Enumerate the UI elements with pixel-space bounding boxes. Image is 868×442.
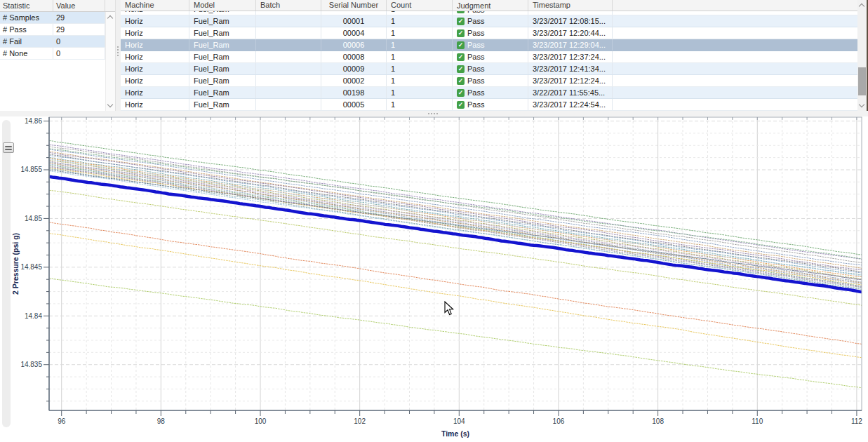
pass-check-icon: ✓ bbox=[457, 65, 465, 73]
x-tick-label: 110 bbox=[752, 417, 763, 425]
cell-filler bbox=[613, 39, 857, 51]
column-header-judgment[interactable]: Judgment bbox=[453, 0, 528, 11]
cell-count: 1 bbox=[387, 27, 453, 39]
series-trace-03 bbox=[49, 147, 863, 263]
judgment-label: Pass bbox=[467, 76, 484, 85]
pressure-time-chart[interactable]: 969810010210410610811011214.83514.8414.8… bbox=[0, 116, 868, 442]
column-header-model[interactable]: Model bbox=[189, 0, 256, 11]
cell-timestamp: 3/23/2017 12:41:34... bbox=[528, 63, 613, 74]
pass-check-icon: ✓ bbox=[457, 11, 465, 13]
chart-zoom-slider[interactable] bbox=[2, 120, 11, 427]
scrollbar-thumb[interactable] bbox=[858, 67, 866, 95]
judgment-label: Pass bbox=[467, 65, 484, 73]
cell-filler bbox=[613, 75, 857, 86]
statistic-column-header[interactable]: Statistic bbox=[0, 0, 53, 11]
cell-timestamp: 3/23/2017 12:24:54... bbox=[528, 99, 613, 110]
judgment-label: Pass bbox=[467, 88, 484, 97]
table-row[interactable]: HorizFuel_Ram000061✓Pass3/23/2017 12:29:… bbox=[121, 39, 857, 51]
table-row[interactable]: HorizFuel_Ram000021✓Pass3/23/2017 12:12:… bbox=[121, 75, 857, 87]
cell-batch bbox=[256, 51, 321, 62]
cell-serial: 00006 bbox=[321, 39, 387, 51]
cell-judgment: ✓Pass bbox=[453, 75, 528, 86]
pass-check-icon: ✓ bbox=[457, 29, 465, 37]
slider-handle-icon[interactable] bbox=[3, 142, 14, 153]
table-row[interactable]: HorizFuel_Ram000011✓Pass3/23/2017 12:08:… bbox=[121, 15, 857, 27]
cell-judgment: ✓Pass bbox=[453, 15, 528, 27]
stat-name-cell: # None bbox=[0, 48, 53, 59]
y-tick-label: 14.845 bbox=[20, 263, 42, 271]
horizontal-splitter[interactable] bbox=[0, 111, 868, 116]
cell-filler bbox=[613, 87, 857, 98]
column-header-machine[interactable]: Machine bbox=[121, 0, 189, 11]
x-tick-label: 108 bbox=[652, 417, 664, 425]
stat-row[interactable]: # None0 bbox=[0, 48, 115, 60]
cell-count: 1 bbox=[387, 51, 453, 62]
stat-row[interactable]: # Fail0 bbox=[0, 36, 115, 48]
stat-value-cell: 29 bbox=[53, 24, 105, 35]
statistics-header-row: Statistic Value bbox=[0, 0, 115, 12]
series-trace-19 bbox=[49, 166, 863, 287]
pass-check-icon: ✓ bbox=[457, 77, 465, 85]
judgment-label: Pass bbox=[467, 53, 484, 61]
results-table-scrollbar[interactable] bbox=[857, 0, 867, 111]
stat-name-cell: # Fail bbox=[0, 36, 53, 47]
series-trace-23 bbox=[49, 170, 863, 279]
series-trace-18 bbox=[49, 165, 863, 286]
series-trace-13 bbox=[49, 160, 863, 279]
x-tick-label: 104 bbox=[453, 417, 465, 425]
chart-series-group bbox=[49, 140, 863, 388]
stat-value-cell: 0 bbox=[53, 48, 105, 59]
cell-batch bbox=[256, 15, 321, 27]
table-row[interactable]: HorizFuel_Ram000041✓Pass3/23/2017 12:20:… bbox=[121, 27, 857, 39]
x-tick-label: 98 bbox=[157, 417, 166, 425]
stat-row[interactable]: # Samples29 bbox=[0, 12, 115, 24]
judgment-label: Pass bbox=[467, 11, 484, 14]
cell-machine: Horiz bbox=[121, 63, 189, 74]
cell-machine: Horiz bbox=[121, 75, 189, 86]
scroll-up-icon[interactable] bbox=[859, 4, 864, 9]
cell-model: Fuel_Ram bbox=[189, 75, 256, 86]
cell-machine: Horiz bbox=[121, 99, 189, 110]
scroll-down-icon[interactable] bbox=[859, 102, 864, 107]
column-header-serial-number[interactable]: Serial Number bbox=[321, 0, 387, 11]
table-row[interactable]: HorizFuel_Ram001981✓Pass3/22/2017 11:55:… bbox=[121, 87, 857, 99]
column-header-timestamp[interactable]: Timestamp bbox=[528, 0, 613, 11]
cell-model: Fuel_Ram bbox=[189, 27, 256, 39]
splitter-grip-icon bbox=[428, 113, 438, 114]
cell-serial: 00004 bbox=[321, 27, 387, 39]
stat-name-cell: # Samples bbox=[0, 12, 53, 23]
value-column-header[interactable]: Value bbox=[53, 0, 105, 11]
y-tick-label: 14.86 bbox=[25, 117, 42, 125]
y-tick-label: 14.84 bbox=[25, 312, 42, 320]
cell-timestamp: 3/22/2017 11:55:45... bbox=[528, 87, 613, 98]
judgment-label: Pass bbox=[467, 41, 484, 49]
table-row[interactable]: HorizFuel_Ram000051✓Pass3/23/2017 12:24:… bbox=[121, 99, 857, 111]
x-tick-label: 112 bbox=[851, 417, 862, 425]
cell-batch bbox=[256, 87, 321, 98]
statistics-scrollbar[interactable] bbox=[105, 12, 115, 111]
y-tick-label: 14.835 bbox=[20, 361, 42, 368]
x-axis-title: Time (s) bbox=[441, 429, 469, 438]
vertical-splitter[interactable] bbox=[116, 0, 121, 111]
cell-timestamp: 3/23/2017 12:37:24... bbox=[528, 51, 613, 62]
cell-model: Fuel_Ram bbox=[189, 63, 256, 74]
cell-judgment: ✓Pass bbox=[453, 27, 528, 39]
table-row[interactable]: HorizFuel_Ram000081✓Pass3/23/2017 12:37:… bbox=[121, 51, 857, 63]
scroll-down-icon[interactable] bbox=[107, 102, 113, 107]
series-trace-16 bbox=[49, 163, 863, 283]
stat-row[interactable]: # Pass29 bbox=[0, 24, 115, 36]
cell-serial: 00002 bbox=[321, 75, 387, 86]
series-trace-08 bbox=[49, 154, 863, 272]
column-header-count[interactable]: Count bbox=[387, 0, 453, 11]
table-row[interactable]: HorizFuel_Ram000091✓Pass3/23/2017 12:41:… bbox=[121, 63, 857, 75]
series-trace-22 bbox=[49, 169, 863, 290]
cell-model: Fuel_Ram bbox=[189, 99, 256, 110]
cell-timestamp: 3/23/2017 12:12:24... bbox=[528, 75, 613, 86]
cell-model: Fuel_Ram bbox=[189, 51, 256, 62]
top-section: Statistic Value # Samples29# Pass29# Fai… bbox=[0, 0, 868, 111]
scroll-up-icon[interactable] bbox=[107, 15, 113, 21]
series-trace-11 bbox=[49, 159, 863, 277]
column-header-batch[interactable]: Batch bbox=[256, 0, 321, 11]
y-tick-label: 14.85 bbox=[25, 215, 42, 222]
cell-judgment: ✓Pass bbox=[453, 99, 528, 110]
